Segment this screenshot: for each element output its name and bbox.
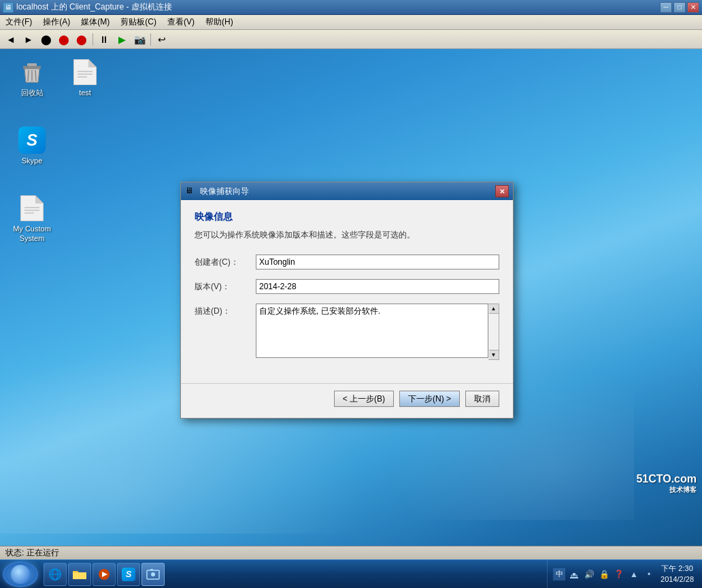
toolbar-sep-2 [150, 33, 151, 46]
vm-maximize-btn[interactable]: □ [673, 2, 686, 13]
menu-action[interactable]: 操作(A) [37, 15, 76, 29]
dialog-icon: 🖥 [185, 186, 196, 197]
capture-icon [146, 568, 160, 581]
menu-view[interactable]: 查看(V) [162, 15, 200, 29]
next-button[interactable]: 下一步(N) > [399, 391, 460, 407]
creator-input[interactable] [256, 255, 499, 270]
vm-icon: 🖥 [3, 2, 14, 13]
toolbar-screenshot-btn[interactable]: 📷 [131, 32, 148, 47]
toolbar-stop-btn[interactable]: ⬤ [38, 32, 54, 47]
textarea-scrollbar: ▲ ▼ [488, 304, 499, 360]
tray-arrow[interactable]: ▲ [628, 568, 640, 581]
creator-label: 创建者(C)： [195, 255, 256, 268]
svg-rect-22 [150, 569, 153, 570]
status-bar: 状态: 正在运行 [0, 546, 702, 559]
dialog-description: 您可以为操作系统映像添加版本和描述。这些字段是可选的。 [195, 229, 499, 241]
version-label: 版本(V)： [195, 279, 256, 293]
toolbar-sep-1 [93, 33, 93, 46]
description-textarea-wrapper: 自定义操作系统, 已安装部分软件. ▲ ▼ [256, 304, 499, 360]
tray-help[interactable]: ❓ [613, 568, 625, 581]
version-input[interactable] [256, 279, 499, 294]
desktop-area: 回收站 test S Skype [0, 49, 702, 539]
menu-help[interactable]: 帮助(H) [200, 15, 239, 29]
vm-close-btn[interactable]: ✕ [687, 2, 699, 13]
folder-icon [73, 568, 86, 581]
toolbar-undo-btn[interactable]: ↩ [154, 32, 170, 47]
vm-titlebar: 🖥 localhost 上的 Client_Capture - 虚拟机连接 ─ … [0, 0, 702, 15]
version-row: 版本(V)： [195, 279, 499, 294]
tray-network[interactable] [568, 568, 580, 581]
toolbar-pause-btn[interactable]: ⏸ [96, 32, 112, 47]
tray-sound[interactable]: 🔊 [583, 568, 595, 581]
menu-file[interactable]: 文件(F) [0, 15, 37, 29]
toolbar-forward-btn[interactable]: ► [20, 32, 37, 47]
tray-lang[interactable]: 中 [553, 568, 565, 581]
back-button[interactable]: < 上一步(B) [334, 391, 394, 407]
taskbar-media[interactable] [93, 563, 116, 586]
svg-point-21 [151, 572, 155, 576]
dialog-footer: < 上一步(B) 下一步(N) > 取消 [181, 383, 513, 418]
toolbar-back-btn[interactable]: ◄ [3, 32, 19, 47]
skype-taskbar-icon: S [122, 568, 135, 581]
toolbar: ◄ ► ⬤ ⬤ ⬤ ⏸ ▶ 📷 ↩ [0, 30, 702, 49]
vm-window-controls: ─ □ ✕ [660, 2, 699, 13]
cancel-button[interactable]: 取消 [465, 391, 499, 407]
svg-rect-25 [570, 577, 578, 578]
scrollbar-down-btn[interactable]: ▼ [489, 350, 499, 359]
description-label: 描述(D)： [195, 304, 256, 317]
dialog-titlebar: 🖥 映像捕获向导 ✕ [181, 182, 513, 200]
taskbar-folder[interactable] [68, 563, 91, 586]
description-textarea[interactable]: 自定义操作系统, 已安装部分软件. [256, 304, 488, 358]
vm-minimize-btn[interactable]: ─ [660, 2, 672, 13]
description-row: 描述(D)： 自定义操作系统, 已安装部分软件. ▲ ▼ [195, 304, 499, 360]
modal-overlay: 🖥 映像捕获向导 ✕ 映像信息 您可以为操作系统映像添加版本和描述。这些字段是可… [0, 49, 702, 539]
image-capture-dialog: 🖥 映像捕获向导 ✕ 映像信息 您可以为操作系统映像添加版本和描述。这些字段是可… [180, 182, 514, 419]
taskbar-capture[interactable] [141, 563, 165, 586]
ie-icon [48, 568, 62, 581]
taskbar-ie[interactable] [44, 563, 67, 586]
vm-title: localhost 上的 Client_Capture - 虚拟机连接 [16, 1, 660, 13]
menubar: 文件(F) 操作(A) 媒体(M) 剪贴板(C) 查看(V) 帮助(H) [0, 15, 702, 30]
scrollbar-up-btn[interactable]: ▲ [489, 304, 499, 314]
system-clock[interactable]: 下午 2:30 2014/2/28 [658, 564, 697, 585]
menu-media[interactable]: 媒体(M) [76, 15, 115, 29]
status-text: 状态: 正在运行 [5, 547, 59, 559]
toolbar-record-btn[interactable]: ⬤ [56, 32, 72, 47]
tray-security[interactable]: 🔒 [598, 568, 610, 581]
taskbar-skype[interactable]: S [117, 563, 140, 586]
tray-dots[interactable]: • [643, 568, 655, 581]
dialog-close-btn[interactable]: ✕ [495, 185, 509, 197]
toolbar-play-btn[interactable]: ▶ [114, 32, 130, 47]
taskbar: S 中 [0, 559, 702, 588]
dialog-section-title: 映像信息 [195, 211, 499, 223]
menu-clipboard[interactable]: 剪贴板(C) [115, 15, 162, 29]
dialog-body: 映像信息 您可以为操作系统映像添加版本和描述。这些字段是可选的。 创建者(C)：… [181, 200, 513, 380]
taskbar-items: S [41, 563, 547, 586]
svg-rect-24 [571, 575, 577, 577]
dialog-title: 映像捕获向导 [200, 186, 495, 197]
start-button[interactable] [3, 561, 38, 587]
media-icon [97, 568, 111, 581]
system-tray: 中 🔊 🔒 ❓ ▲ • 下午 2:30 2014/2/28 [547, 560, 702, 588]
start-orb [11, 565, 30, 584]
creator-row: 创建者(C)： [195, 255, 499, 270]
toolbar-record2-btn[interactable]: ⬤ [73, 32, 90, 47]
